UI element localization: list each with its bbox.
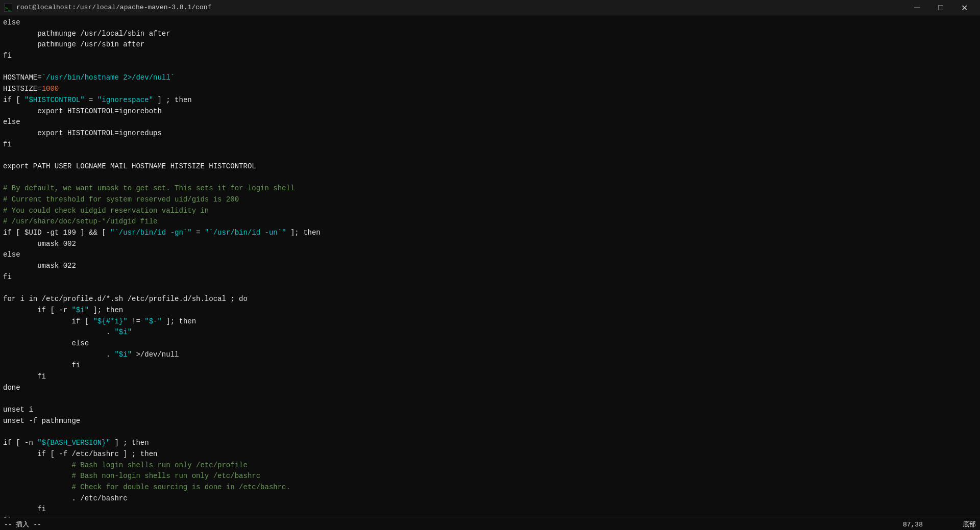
code-line: . /etc/bashrc <box>3 493 977 504</box>
code-line: . "$i" >/dev/null <box>3 349 977 361</box>
code-line: export HISTCONTROL=ignoreboth <box>3 106 977 117</box>
title-text: root@localhost:/usr/local/apache-maven-3… <box>16 4 211 11</box>
code-line: HOSTNAME=`/usr/bin/hostname 2>/dev/null` <box>3 72 977 84</box>
code-line: else <box>3 17 977 29</box>
code-line: if [ "$HISTCONTROL" = "ignorespace" ] ; … <box>3 95 977 106</box>
code-line <box>3 393 977 405</box>
code-line: else <box>3 117 977 128</box>
window-controls: ─ □ ✕ <box>905 0 976 15</box>
code-line: fi <box>3 360 977 371</box>
code-line: . "$i" <box>3 327 977 338</box>
code-line <box>3 62 977 73</box>
code-line <box>3 172 977 184</box>
code-line: unset -f pathmunge <box>3 416 977 427</box>
code-line: fi <box>3 371 977 383</box>
code-line: # You could check uidgid reservation val… <box>3 206 977 217</box>
code-line: pathmunge /usr/local/sbin after <box>3 29 977 40</box>
code-line: if [ "${#*i}" != "$-" ]; then <box>3 316 977 327</box>
code-line <box>3 283 977 294</box>
code-line: HISTSIZE=1000 <box>3 84 977 95</box>
code-content: else pathmunge /usr/local/sbin after pat… <box>3 17 977 518</box>
code-line: export HISTCONTROL=ignoredups <box>3 128 977 139</box>
code-line: if [ -r "$i" ]; then <box>3 305 977 316</box>
code-line: if [ $UID -gt 199 ] && [ "`/usr/bin/id -… <box>3 228 977 239</box>
code-line: fi <box>3 139 977 150</box>
code-line: fi <box>3 51 977 62</box>
code-line: else <box>3 249 977 261</box>
code-line: else <box>3 338 977 349</box>
code-line: done <box>3 383 977 394</box>
title-bar: >_ root@localhost:/usr/local/apache-mave… <box>0 0 980 15</box>
code-line: # Bash login shells run only /etc/profil… <box>3 460 977 471</box>
vim-mode: -- 插入 -- <box>4 520 41 529</box>
code-line: if [ -n "${BASH_VERSION}" ] ; then <box>3 438 977 449</box>
code-line: pathmunge /usr/sbin after <box>3 39 977 51</box>
code-line: for i in /etc/profile.d/*.sh /etc/profil… <box>3 294 977 305</box>
code-line: # Current threshold for system reserved … <box>3 194 977 206</box>
code-line: umask 002 <box>3 239 977 250</box>
status-bar: -- 插入 -- 87,38 底部 <box>0 518 980 530</box>
code-line: # /usr/share/doc/setup-*/uidgid file <box>3 216 977 228</box>
code-line: fi <box>3 272 977 283</box>
cursor-position: 87,38 底部 <box>903 520 976 529</box>
code-line: # Check for double sourcing is done in /… <box>3 482 977 493</box>
minimize-button[interactable]: ─ <box>905 0 929 15</box>
code-line: if [ -f /etc/bashrc ] ; then <box>3 449 977 460</box>
code-line: fi <box>3 504 977 515</box>
terminal-content: else pathmunge /usr/local/sbin after pat… <box>0 15 980 518</box>
code-line: umask 022 <box>3 261 977 272</box>
terminal-icon: >_ <box>4 4 12 12</box>
code-line: export PATH USER LOGNAME MAIL HOSTNAME H… <box>3 161 977 172</box>
svg-text:>_: >_ <box>5 6 11 11</box>
code-line: unset i <box>3 405 977 416</box>
code-line <box>3 150 977 161</box>
code-line: # By default, we want umask to get set. … <box>3 183 977 194</box>
close-button[interactable]: ✕ <box>952 0 976 15</box>
code-line: # Bash non-login shells run only /etc/ba… <box>3 471 977 482</box>
code-line <box>3 426 977 438</box>
maximize-button[interactable]: □ <box>929 0 952 15</box>
